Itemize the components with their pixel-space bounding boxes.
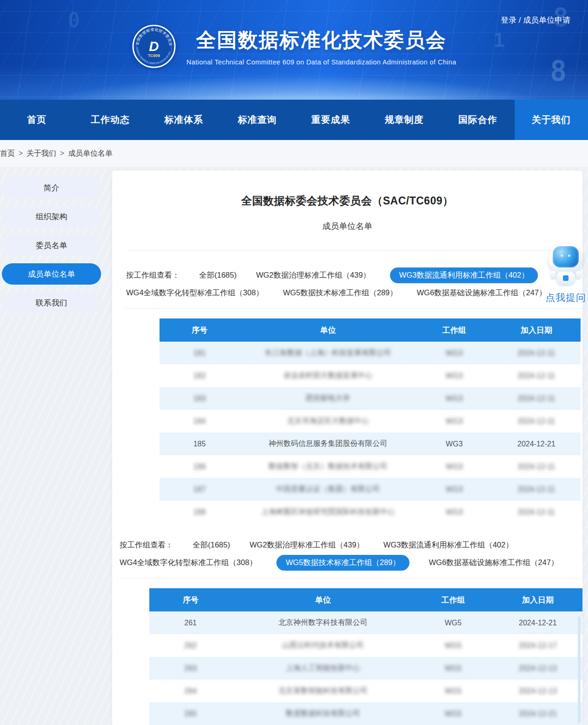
table-scrollbar[interactable] <box>578 617 581 723</box>
filter-wg6-2[interactable]: WG6数据基础设施标准工作组（247） <box>429 558 559 568</box>
robot-mascot-icon[interactable] <box>548 243 584 286</box>
breadcrumb: 首页 > 关于我们 > 成员单位名单 <box>0 140 588 167</box>
breadcrumb-separator: > <box>60 149 64 158</box>
divider <box>120 578 581 579</box>
nav-item-standard-system[interactable]: 标准体系 <box>147 100 221 140</box>
divider <box>125 308 581 309</box>
workgroup-filter-section-1: 按工作组查看： 全部(1685) WG2数据治理标准工作组（439） WG3数据… <box>126 270 582 298</box>
filter-wg3[interactable]: WG3数据流通利用标准工作组（402） <box>390 267 538 283</box>
login-member-apply-link[interactable]: 登录 / 成员单位申请 <box>501 15 570 25</box>
tc609-logo-icon: 全国数据标准化技术委员会 NATIONAL TECHNICAL COMMITTE… <box>132 24 176 69</box>
sidebar-item-org-structure[interactable]: 组织架构 <box>2 206 101 227</box>
col-header-unit: 单位 <box>240 318 416 342</box>
nav-item-achievements[interactable]: 重要成果 <box>294 100 368 140</box>
table-row: 263 上海人工智能创新中心 WG5 2024-12-13 <box>149 657 582 680</box>
filter-wg4-2[interactable]: WG4全域数字化转型标准工作组（308） <box>120 558 257 568</box>
sidebar-item-intro[interactable]: 简介 <box>2 177 101 198</box>
table-row: 186 数链数智（北京）数据技术有限公司 WG3 2024-12-11 <box>160 455 581 478</box>
filter-label: 按工作组查看： <box>120 540 173 550</box>
member-units-table-wg5: 序号 单位 工作组 加入日期 261 北京神州数字科技有限公司 WG5 2024… <box>149 588 582 725</box>
col-header-join-date: 加入日期 <box>492 318 581 342</box>
filter-wg4[interactable]: WG4全域数字化转型标准工作组（308） <box>126 288 263 298</box>
table-row-261: 261 北京神州数字科技有限公司 WG5 2024-12-21 <box>149 611 582 634</box>
table-row: 184 北京市海淀区大数据中心 WG3 2024-12-11 <box>160 410 581 432</box>
nav-item-work-news[interactable]: 工作动态 <box>74 100 147 140</box>
page-subtitle: 成员单位名单 <box>112 221 582 232</box>
sidebar-item-committee-members[interactable]: 委员名单 <box>2 235 101 256</box>
table-row-185: 185 神州数码信息服务集团股份有限公司 WG3 2024-12-21 <box>160 432 581 455</box>
site-brand: 全国数据标准化技术委员会 NATIONAL TECHNICAL COMMITTE… <box>0 24 588 69</box>
table-row: 264 北京算数智能科技有限公司 WG5 2024-12-13 <box>149 680 582 702</box>
filter-all[interactable]: 全部(1685) <box>199 270 237 280</box>
content-card: 全国数据标委会技术委员会（SAC/TC609） 成员单位名单 按工作组查看： 全… <box>112 171 582 725</box>
table-row: 188 上海树图区块链研究院国际科技创新中心 WG3 2024-12-11 <box>160 501 581 523</box>
divider <box>126 250 581 251</box>
sidebar-item-contact[interactable]: 联系我们 <box>2 292 101 313</box>
filter-wg5[interactable]: WG5数据技术标准工作组（289） <box>283 288 397 298</box>
assistant-widget[interactable]: 点我提问 <box>544 243 587 304</box>
table-row: 182 农业农村部大数据发展中心 WG3 2024-12-11 <box>160 364 581 387</box>
nav-item-about[interactable]: 关于我们 <box>515 100 588 140</box>
table-row: 183 西安邮电大学 WG3 2024-12-11 <box>160 387 581 410</box>
filter-label: 按工作组查看： <box>126 270 180 280</box>
table-row: 262 山西云时代技术有限公司 WG5 2024-12-17 <box>149 634 582 657</box>
filter-wg3-2[interactable]: WG3数据流通利用标准工作组（402） <box>383 540 513 550</box>
header-banner: 8 8 1 0 登录 / 成员单位申请 全国数据标准化技术委员会 NATIONA… <box>0 0 588 100</box>
site-title: 全国数据标准化技术委员会 <box>186 27 456 54</box>
svg-text:D: D <box>149 38 159 54</box>
robot-face <box>553 246 579 267</box>
filter-wg6[interactable]: WG6数据基础设施标准工作组（247） <box>417 288 547 298</box>
col-header-index: 序号 <box>149 588 232 611</box>
sidebar: 简介 组织架构 委员名单 成员单位名单 联系我们 <box>0 167 112 725</box>
breadcrumb-about[interactable]: 关于我们 <box>26 149 56 159</box>
breadcrumb-home[interactable]: 首页 <box>0 149 15 159</box>
nav-item-regulations[interactable]: 规章制度 <box>368 100 441 140</box>
member-units-table-wg3: 序号 单位 工作组 加入日期 181 长三角数据（上海）科技发展有限公司 WG3… <box>160 318 581 523</box>
col-header-unit: 单位 <box>232 588 414 611</box>
nav-item-home[interactable]: 首页 <box>0 100 74 140</box>
ask-me-link[interactable]: 点我提问 <box>544 291 587 304</box>
filter-all-2[interactable]: 全部(1685) <box>193 540 230 550</box>
main-nav: 首页 工作动态 标准体系 标准查询 重要成果 规章制度 国际合作 关于我们 <box>0 100 588 140</box>
filter-wg2[interactable]: WG2数据治理标准工作组（439） <box>256 270 371 280</box>
page-title: 全国数据标委会技术委员会（SAC/TC609） <box>112 194 582 208</box>
svg-text:TC609: TC609 <box>148 53 160 58</box>
site-subtitle: National Technical Committee 609 on Data… <box>186 58 456 66</box>
nav-item-standard-search[interactable]: 标准查询 <box>221 100 294 140</box>
col-header-index: 序号 <box>160 318 240 342</box>
workgroup-filter-section-2: 按工作组查看： 全部(1685) WG2数据治理标准工作组（439） WG3数据… <box>120 540 582 568</box>
nav-item-international[interactable]: 国际合作 <box>441 100 515 140</box>
table-header-row: 序号 单位 工作组 加入日期 <box>149 588 582 611</box>
page-body: 简介 组织架构 委员名单 成员单位名单 联系我们 全国数据标委会技术委员会（SA… <box>0 167 588 725</box>
table-row: 181 长三角数据（上海）科技发展有限公司 WG3 2024-12-11 <box>160 342 581 364</box>
sidebar-item-member-units[interactable]: 成员单位名单 <box>2 263 101 285</box>
table-row: 187 中国质量认证（集团）有限公司 WG3 2024-12-11 <box>160 478 581 501</box>
breadcrumb-member-units: 成员单位名单 <box>68 149 113 159</box>
col-header-workgroup: 工作组 <box>416 318 492 342</box>
filter-wg2-2[interactable]: WG2数据治理标准工作组（439） <box>249 540 364 550</box>
col-header-workgroup: 工作组 <box>414 588 492 611</box>
col-header-join-date: 加入日期 <box>492 588 582 611</box>
table-row: 265 数度数据科技有限公司 WG5 2024-12-21 <box>149 702 582 725</box>
table-header-row: 序号 单位 工作组 加入日期 <box>160 318 581 342</box>
filter-wg5-2[interactable]: WG5数据技术标准工作组（289） <box>276 555 409 571</box>
breadcrumb-separator: > <box>19 149 23 158</box>
